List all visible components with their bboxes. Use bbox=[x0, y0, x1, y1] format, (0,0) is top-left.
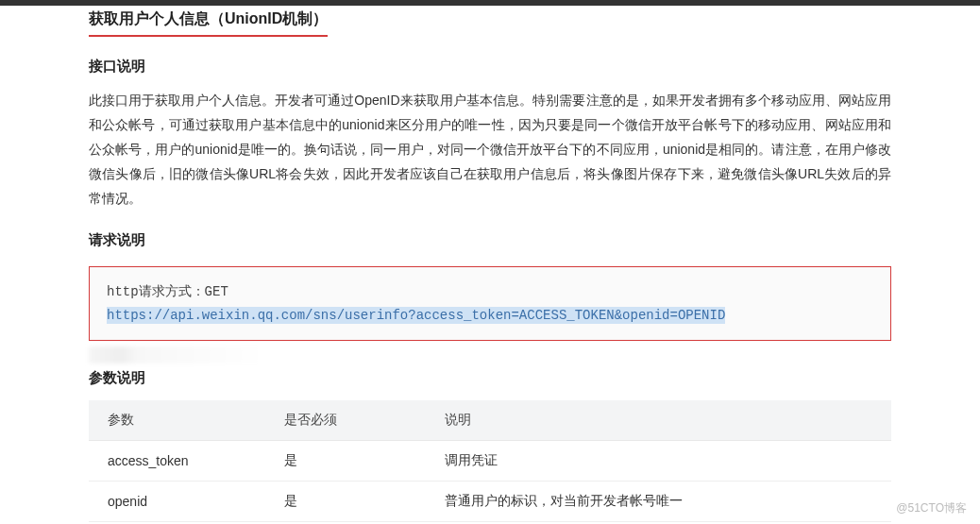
request-code-block: http请求方式：GET https://api.weixin.qq.com/s… bbox=[89, 266, 891, 341]
table-header-param: 参数 bbox=[89, 400, 265, 441]
param-desc: 调用凭证 bbox=[426, 441, 891, 482]
params-heading: 参数说明 bbox=[89, 369, 891, 387]
param-name: access_token bbox=[89, 441, 265, 482]
table-header-row: 参数 是否必须 说明 bbox=[89, 400, 891, 441]
params-table: 参数 是否必须 说明 access_token 是 调用凭证 openid 是 … bbox=[89, 400, 891, 524]
request-heading: 请求说明 bbox=[89, 231, 891, 249]
interface-heading: 接口说明 bbox=[89, 58, 891, 76]
param-required: 是 bbox=[265, 482, 426, 522]
request-url[interactable]: https://api.weixin.qq.com/sns/userinfo?a… bbox=[107, 307, 725, 324]
redacted-strip bbox=[89, 347, 410, 363]
param-desc: 普通用户的标识，对当前开发者帐号唯一 bbox=[426, 482, 891, 522]
param-name: openid bbox=[89, 482, 265, 522]
document-content: 获取用户个人信息（UnionID机制） 接口说明 此接口用于获取用户个人信息。开… bbox=[0, 6, 980, 524]
table-header-required: 是否必须 bbox=[265, 400, 426, 441]
interface-description: 此接口用于获取用户个人信息。开发者可通过OpenID来获取用户基本信息。特别需要… bbox=[89, 89, 891, 211]
table-header-desc: 说明 bbox=[426, 400, 891, 441]
watermark: @51CTO博客 bbox=[896, 500, 967, 516]
table-row: access_token 是 调用凭证 bbox=[89, 441, 891, 482]
param-required: 是 bbox=[265, 441, 426, 482]
table-row: openid 是 普通用户的标识，对当前开发者帐号唯一 bbox=[89, 482, 891, 522]
page-title: 获取用户个人信息（UnionID机制） bbox=[89, 9, 328, 37]
http-method-line: http请求方式：GET bbox=[107, 280, 873, 304]
